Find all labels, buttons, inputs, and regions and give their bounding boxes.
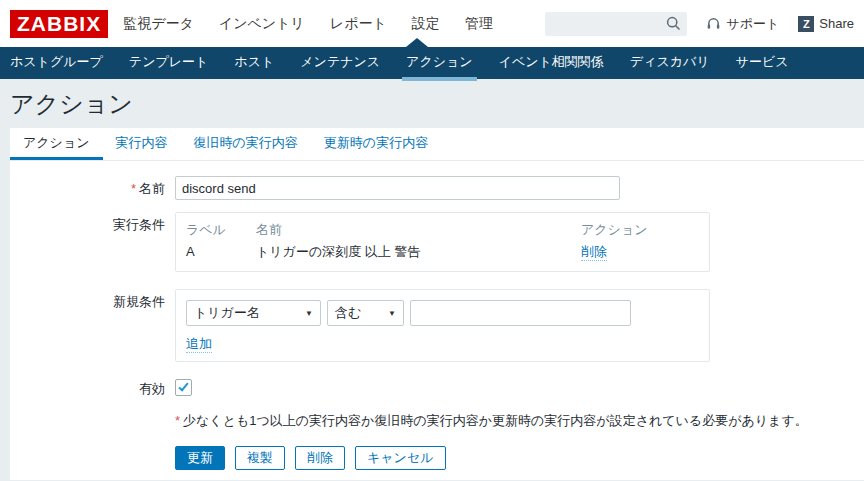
subnav-item-hosts[interactable]: ホスト [234,47,274,79]
tab-operations[interactable]: 実行内容 [103,128,181,160]
conditions-col-label: ラベル [186,219,256,240]
form-buttons-row: 更新 複製 削除 キャンセル [10,446,864,470]
check-icon [178,381,188,392]
new-condition-label: 新規条件 [10,289,175,311]
new-condition-box: トリガー名 ▼ 含む ▼ 追加 [175,289,710,362]
name-row: *名前 [10,176,864,200]
action-name-input[interactable] [175,176,620,200]
subnav-item-event-correlation[interactable]: イベント相関関係 [499,47,604,79]
share-link[interactable]: Z Share [798,16,854,32]
sub-nav: ホストグループ テンプレート ホスト メンテナンス アクション イベント相関関係… [0,47,864,79]
clone-button[interactable]: 複製 [235,446,285,470]
condition-operator-select[interactable]: 含む ▼ [327,300,404,326]
search-box [545,12,687,36]
search-icon[interactable] [666,16,681,31]
tab-update-operations[interactable]: 更新時の実行内容 [311,128,441,160]
chevron-down-icon: ▼ [305,309,313,318]
conditions-table: ラベル 名前 アクション A トリガーの深刻度 以上 警告 削除 [175,212,710,272]
action-form: *名前 実行条件 ラベル 名前 アクション A トリガーの深刻度 以上 警告 削… [10,161,864,470]
name-label: *名前 [10,176,175,198]
subnav-item-services[interactable]: サービス [736,47,789,79]
update-button[interactable]: 更新 [175,446,225,470]
delete-button[interactable]: 削除 [295,446,345,470]
enabled-row: 有効 [10,379,864,399]
required-note-row: *少なくとも1つ以上の実行内容か復旧時の実行内容か更新時の実行内容が設定されてい… [10,412,864,430]
required-asterisk: * [175,413,180,428]
subnav-item-maintenance[interactable]: メンテナンス [300,47,380,79]
support-label: サポート [726,15,779,33]
top-menu-reports[interactable]: レポート [330,0,387,47]
subnav-item-hostgroups[interactable]: ホストグループ [10,47,103,79]
zabbix-logo[interactable]: ZABBIX [10,10,108,38]
tab-action[interactable]: アクション [10,128,103,160]
required-note: *少なくとも1つ以上の実行内容か復旧時の実行内容か更新時の実行内容が設定されてい… [175,412,864,430]
chevron-down-icon: ▼ [388,309,396,318]
condition-value-input[interactable] [410,300,631,326]
subnav-item-actions[interactable]: アクション [406,47,473,79]
condition-type-value: トリガー名 [194,304,260,322]
top-bar: ZABBIX 監視データ インベントリ レポート 設定 管理 サポート Z Sh… [0,0,864,47]
conditions-row: 実行条件 ラベル 名前 アクション A トリガーの深刻度 以上 警告 削除 [10,212,864,272]
subnav-item-templates[interactable]: テンプレート [129,47,209,79]
zabbix-share-icon: Z [798,16,814,32]
page-title: アクション [10,88,864,120]
active-menu-caret-icon [406,38,428,47]
condition-type-select[interactable]: トリガー名 ▼ [186,300,321,326]
top-menu-inventory[interactable]: インベントリ [219,0,305,47]
conditions-label: 実行条件 [10,212,175,234]
condition-row-label: A [186,240,256,263]
condition-remove-link[interactable]: 削除 [581,243,607,261]
condition-row-name: トリガーの深刻度 以上 警告 [256,240,581,263]
add-condition-link[interactable]: 追加 [186,335,212,353]
search-input[interactable] [553,17,666,31]
enabled-label: 有効 [10,379,175,398]
condition-operator-value: 含む [335,304,361,322]
content-panel: アクション 実行内容 復旧時の実行内容 更新時の実行内容 *名前 実行条件 ラベ… [10,128,864,480]
support-link[interactable]: サポート [706,15,779,33]
required-asterisk: * [131,181,136,196]
headset-icon [706,16,721,31]
top-menu-administration[interactable]: 管理 [465,0,493,47]
new-condition-row: 新規条件 トリガー名 ▼ 含む ▼ [10,289,864,362]
tab-recovery-operations[interactable]: 復旧時の実行内容 [181,128,311,160]
conditions-col-name: 名前 [256,219,581,240]
enabled-checkbox[interactable] [175,379,192,396]
top-menu: 監視データ インベントリ レポート 設定 管理 [123,0,493,47]
share-label: Share [819,16,854,31]
subnav-item-discovery[interactable]: ディスカバリ [630,47,710,79]
tab-bar: アクション 実行内容 復旧時の実行内容 更新時の実行内容 [10,128,864,161]
title-area: アクション [0,79,864,128]
cancel-button[interactable]: キャンセル [355,446,446,470]
conditions-col-action: アクション [581,219,699,240]
topbar-right: サポート Z Share [545,12,854,36]
top-menu-monitoring[interactable]: 監視データ [123,0,194,47]
